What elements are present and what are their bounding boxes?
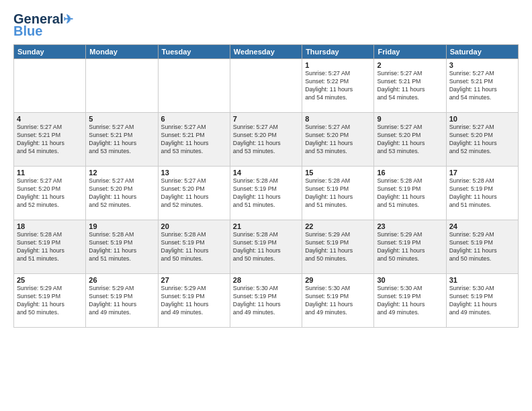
day-number: 29: [305, 276, 371, 284]
day-number: 19: [89, 222, 154, 230]
day-number: 5: [89, 115, 154, 123]
day-info: Sunrise: 5:28 AM Sunset: 5:19 PM Dayligh…: [449, 177, 515, 210]
day-info: Sunrise: 5:28 AM Sunset: 5:19 PM Dayligh…: [161, 231, 227, 263]
day-info: Sunrise: 5:28 AM Sunset: 5:19 PM Dayligh…: [233, 231, 299, 263]
day-number: 22: [305, 222, 371, 230]
day-cell: 3Sunrise: 5:27 AM Sunset: 5:21 PM Daylig…: [446, 59, 518, 113]
week-row-2: 4Sunrise: 5:27 AM Sunset: 5:21 PM Daylig…: [14, 113, 519, 167]
weekday-header-tuesday: Tuesday: [158, 45, 230, 59]
day-info: Sunrise: 5:28 AM Sunset: 5:19 PM Dayligh…: [377, 177, 443, 210]
day-number: 30: [377, 276, 443, 284]
day-cell: 11Sunrise: 5:27 AM Sunset: 5:20 PM Dayli…: [14, 167, 86, 220]
day-info: Sunrise: 5:27 AM Sunset: 5:22 PM Dayligh…: [305, 70, 371, 102]
day-number: 4: [17, 115, 83, 123]
day-info: Sunrise: 5:29 AM Sunset: 5:19 PM Dayligh…: [89, 285, 154, 317]
weekday-header-sunday: Sunday: [14, 45, 86, 59]
day-info: Sunrise: 5:27 AM Sunset: 5:21 PM Dayligh…: [17, 124, 83, 156]
day-cell: 17Sunrise: 5:28 AM Sunset: 5:19 PM Dayli…: [446, 167, 518, 220]
day-cell: 13Sunrise: 5:27 AM Sunset: 5:20 PM Dayli…: [158, 167, 230, 220]
day-cell: 20Sunrise: 5:28 AM Sunset: 5:19 PM Dayli…: [158, 220, 230, 274]
day-cell: 5Sunrise: 5:27 AM Sunset: 5:21 PM Daylig…: [86, 113, 158, 167]
day-number: 1: [305, 61, 371, 69]
day-cell: 4Sunrise: 5:27 AM Sunset: 5:21 PM Daylig…: [14, 113, 86, 167]
day-info: Sunrise: 5:27 AM Sunset: 5:21 PM Dayligh…: [449, 70, 515, 102]
logo: General✈ Blue: [13, 12, 73, 38]
day-number: 11: [17, 169, 83, 177]
day-cell: 22Sunrise: 5:29 AM Sunset: 5:19 PM Dayli…: [302, 220, 374, 274]
day-cell: 10Sunrise: 5:27 AM Sunset: 5:20 PM Dayli…: [446, 113, 518, 167]
day-number: 31: [449, 276, 515, 284]
day-number: 26: [89, 276, 154, 284]
day-info: Sunrise: 5:29 AM Sunset: 5:19 PM Dayligh…: [377, 231, 443, 263]
day-cell: 29Sunrise: 5:30 AM Sunset: 5:19 PM Dayli…: [302, 274, 374, 328]
weekday-header-row: SundayMondayTuesdayWednesdayThursdayFrid…: [14, 45, 519, 59]
day-number: 17: [449, 169, 515, 177]
day-cell: 15Sunrise: 5:28 AM Sunset: 5:19 PM Dayli…: [302, 167, 374, 220]
day-cell: 8Sunrise: 5:27 AM Sunset: 5:20 PM Daylig…: [302, 113, 374, 167]
day-info: Sunrise: 5:27 AM Sunset: 5:20 PM Dayligh…: [17, 177, 83, 210]
day-cell: [158, 59, 230, 113]
day-info: Sunrise: 5:30 AM Sunset: 5:19 PM Dayligh…: [449, 285, 515, 317]
day-cell: 31Sunrise: 5:30 AM Sunset: 5:19 PM Dayli…: [446, 274, 518, 328]
day-number: 14: [233, 169, 299, 177]
day-info: Sunrise: 5:30 AM Sunset: 5:19 PM Dayligh…: [305, 285, 371, 317]
week-row-4: 18Sunrise: 5:28 AM Sunset: 5:19 PM Dayli…: [14, 220, 519, 274]
day-cell: 18Sunrise: 5:28 AM Sunset: 5:19 PM Dayli…: [14, 220, 86, 274]
day-cell: 25Sunrise: 5:29 AM Sunset: 5:19 PM Dayli…: [14, 274, 86, 328]
day-cell: 6Sunrise: 5:27 AM Sunset: 5:21 PM Daylig…: [158, 113, 230, 167]
logo-blue: Blue: [13, 24, 42, 38]
day-number: 27: [161, 276, 227, 284]
week-row-3: 11Sunrise: 5:27 AM Sunset: 5:20 PM Dayli…: [14, 167, 519, 220]
day-number: 23: [377, 222, 443, 230]
day-info: Sunrise: 5:30 AM Sunset: 5:19 PM Dayligh…: [233, 285, 299, 317]
day-number: 9: [377, 115, 443, 123]
day-cell: 23Sunrise: 5:29 AM Sunset: 5:19 PM Dayli…: [374, 220, 446, 274]
page: General✈ Blue SundayMondayTuesdayWednesd…: [0, 0, 532, 411]
logo-bird-icon: ✈: [63, 13, 73, 26]
calendar: SundayMondayTuesdayWednesdayThursdayFrid…: [13, 44, 519, 328]
day-info: Sunrise: 5:27 AM Sunset: 5:20 PM Dayligh…: [89, 177, 154, 210]
day-info: Sunrise: 5:28 AM Sunset: 5:19 PM Dayligh…: [89, 231, 154, 263]
day-info: Sunrise: 5:27 AM Sunset: 5:20 PM Dayligh…: [449, 124, 515, 156]
day-number: 3: [449, 61, 515, 69]
day-info: Sunrise: 5:27 AM Sunset: 5:20 PM Dayligh…: [377, 124, 443, 156]
day-cell: 30Sunrise: 5:30 AM Sunset: 5:19 PM Dayli…: [374, 274, 446, 328]
day-info: Sunrise: 5:27 AM Sunset: 5:20 PM Dayligh…: [161, 177, 227, 210]
day-number: 13: [161, 169, 227, 177]
day-info: Sunrise: 5:28 AM Sunset: 5:19 PM Dayligh…: [233, 177, 299, 210]
day-number: 7: [233, 115, 299, 123]
weekday-header-thursday: Thursday: [302, 45, 374, 59]
day-number: 18: [17, 222, 83, 230]
day-info: Sunrise: 5:29 AM Sunset: 5:19 PM Dayligh…: [17, 285, 83, 317]
day-cell: 2Sunrise: 5:27 AM Sunset: 5:21 PM Daylig…: [374, 59, 446, 113]
day-cell: 27Sunrise: 5:29 AM Sunset: 5:19 PM Dayli…: [158, 274, 230, 328]
week-row-5: 25Sunrise: 5:29 AM Sunset: 5:19 PM Dayli…: [14, 274, 519, 328]
day-number: 16: [377, 169, 443, 177]
day-info: Sunrise: 5:27 AM Sunset: 5:21 PM Dayligh…: [89, 124, 154, 156]
day-number: 6: [161, 115, 227, 123]
weekday-header-wednesday: Wednesday: [230, 45, 302, 59]
day-cell: 21Sunrise: 5:28 AM Sunset: 5:19 PM Dayli…: [230, 220, 302, 274]
day-number: 24: [449, 222, 515, 230]
day-cell: [86, 59, 158, 113]
day-cell: [230, 59, 302, 113]
day-info: Sunrise: 5:28 AM Sunset: 5:19 PM Dayligh…: [17, 231, 83, 263]
day-cell: [14, 59, 86, 113]
day-number: 28: [233, 276, 299, 284]
day-info: Sunrise: 5:27 AM Sunset: 5:20 PM Dayligh…: [233, 124, 299, 156]
day-number: 15: [305, 169, 371, 177]
day-number: 12: [89, 169, 154, 177]
day-info: Sunrise: 5:29 AM Sunset: 5:19 PM Dayligh…: [305, 231, 371, 263]
day-info: Sunrise: 5:27 AM Sunset: 5:20 PM Dayligh…: [305, 124, 371, 156]
day-info: Sunrise: 5:27 AM Sunset: 5:21 PM Dayligh…: [161, 124, 227, 156]
day-cell: 7Sunrise: 5:27 AM Sunset: 5:20 PM Daylig…: [230, 113, 302, 167]
day-cell: 16Sunrise: 5:28 AM Sunset: 5:19 PM Dayli…: [374, 167, 446, 220]
day-cell: 14Sunrise: 5:28 AM Sunset: 5:19 PM Dayli…: [230, 167, 302, 220]
weekday-header-monday: Monday: [86, 45, 158, 59]
day-number: 8: [305, 115, 371, 123]
day-cell: 24Sunrise: 5:29 AM Sunset: 5:19 PM Dayli…: [446, 220, 518, 274]
day-info: Sunrise: 5:27 AM Sunset: 5:21 PM Dayligh…: [377, 70, 443, 102]
day-number: 10: [449, 115, 515, 123]
day-cell: 19Sunrise: 5:28 AM Sunset: 5:19 PM Dayli…: [86, 220, 158, 274]
day-cell: 9Sunrise: 5:27 AM Sunset: 5:20 PM Daylig…: [374, 113, 446, 167]
